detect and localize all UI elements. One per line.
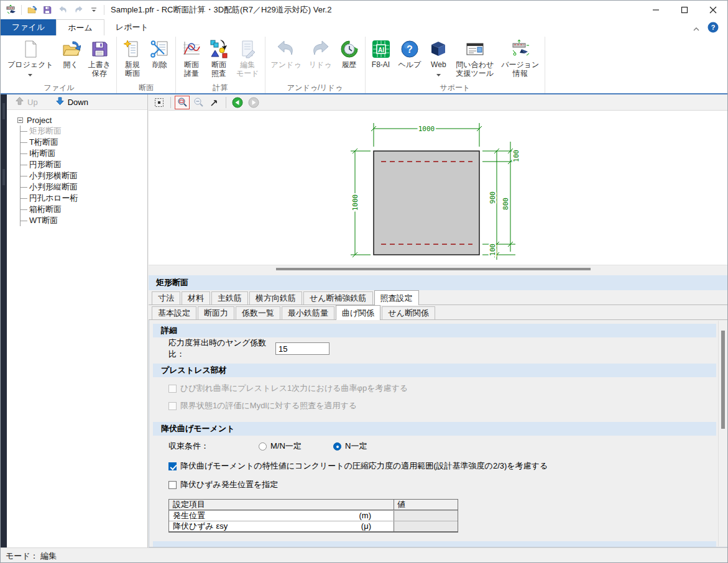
- concrete-range-checkbox[interactable]: 降伏曲げモーメントの特性値にコンクリートの圧縮応力度の適用範囲(設計基準強度の2…: [150, 461, 717, 471]
- tab-shear-rebar[interactable]: せん断補強鉄筋: [303, 291, 373, 304]
- move-down-button[interactable]: Down: [55, 96, 88, 108]
- tab-file[interactable]: ファイル: [1, 19, 56, 35]
- tab-check-settings[interactable]: 照査設定: [374, 290, 419, 305]
- zoom-out-icon[interactable]: [191, 96, 206, 109]
- table-row: 発生位置 (m): [169, 510, 458, 521]
- tree-item-wt-section[interactable]: WT断面: [21, 215, 147, 226]
- tab-dimensions[interactable]: 寸法: [152, 291, 180, 304]
- edit-mode-button[interactable]: 編集 モード: [233, 37, 263, 78]
- vscrollbar-thumb[interactable]: [721, 331, 725, 429]
- tab-bending[interactable]: 曲げ関係: [336, 305, 380, 320]
- prestress-mydl-checkbox[interactable]: 限界状態1の評価にMydlに対する照査を適用する: [150, 401, 717, 411]
- tree-collapse-icon[interactable]: [17, 117, 23, 123]
- undo-button[interactable]: アンドゥ: [267, 37, 305, 69]
- quick-access-toolbar: [1, 4, 104, 16]
- history-button[interactable]: 履歴: [336, 37, 363, 69]
- section-drawing-canvas[interactable]: 1000 1000 900 100 100 800: [149, 111, 728, 265]
- radio-mn-constant[interactable]: M/N一定: [259, 441, 333, 452]
- ribbon: プロジェクト 開く 上書き 保存 ファイル 新規: [1, 35, 727, 93]
- help-icon[interactable]: ?: [707, 22, 719, 35]
- tab-coefficients[interactable]: 係数一覧: [236, 306, 280, 319]
- tree-root-project[interactable]: Project: [17, 114, 147, 126]
- column-header-value: 値: [394, 500, 458, 510]
- tab-main-rebar[interactable]: 主鉄筋: [211, 291, 248, 304]
- zoom-in-icon[interactable]: [175, 96, 190, 109]
- tree-item-hollow-girder[interactable]: 円孔ホロー桁: [21, 193, 147, 204]
- fit-view-icon[interactable]: [152, 96, 167, 109]
- svg-text:AI: AI: [378, 47, 384, 53]
- ribbon-group-undo: アンドゥ リドゥ 履歴 アンドゥ/リドゥ: [265, 37, 366, 93]
- tab-min-rebar[interactable]: 最小鉄筋量: [282, 306, 334, 319]
- up-arrow-icon: [15, 96, 24, 108]
- section-drawing: 1000 1000 900 100 100 800: [149, 111, 728, 265]
- tab-transverse-rebar[interactable]: 横方向鉄筋: [249, 291, 302, 304]
- radio-icon: [259, 442, 267, 451]
- tree-item-t-girder[interactable]: T桁断面: [21, 137, 147, 148]
- web-button[interactable]: Web: [425, 37, 452, 78]
- tab-home[interactable]: ホーム: [56, 19, 104, 35]
- save-quick-button[interactable]: [42, 4, 53, 16]
- column-header-item: 設定項目: [169, 500, 394, 510]
- row-value-cell[interactable]: [394, 521, 458, 531]
- undo-quick-button[interactable]: [57, 4, 68, 16]
- help-button[interactable]: ? ヘルプ: [395, 37, 425, 69]
- section-title: 矩形断面: [149, 275, 728, 290]
- tab-section-forces[interactable]: 断面力: [198, 306, 234, 319]
- group-label-support: サポート: [367, 83, 543, 93]
- project-button[interactable]: プロジェクト: [4, 37, 57, 78]
- convergence-label: 収束条件：: [168, 441, 259, 452]
- open-button[interactable]: 開く: [57, 37, 85, 69]
- young-modulus-row: 応力度算出時のヤング係数比：: [150, 342, 717, 355]
- checkbox-icon: [168, 402, 177, 410]
- f8ai-button[interactable]: AI F8-AI: [367, 37, 395, 69]
- view-back-icon[interactable]: [230, 96, 245, 109]
- canvas-hscrollbar[interactable]: [149, 265, 728, 272]
- open-quick-button[interactable]: [26, 4, 37, 16]
- young-modulus-ratio-input[interactable]: [275, 342, 329, 355]
- yield-strain-table: 設定項目 値 発生位置 (m) 降伏ひずみ εsy: [168, 499, 458, 533]
- row-value-cell[interactable]: [394, 511, 458, 521]
- group-label-file: ファイル: [4, 83, 114, 93]
- statusbar: モード： 編集: [1, 547, 727, 563]
- redo-button[interactable]: リドゥ: [305, 37, 336, 69]
- qat-customize-button[interactable]: [88, 4, 99, 16]
- new-section-icon: [122, 39, 142, 59]
- panel-vscrollbar[interactable]: [718, 321, 727, 546]
- close-button[interactable]: [699, 1, 727, 19]
- section-check-button[interactable]: 断面 照査: [205, 37, 233, 78]
- tab-materials[interactable]: 材料: [182, 291, 210, 304]
- radio-n-constant[interactable]: N一定: [333, 441, 367, 452]
- tree-item-box-girder[interactable]: 箱桁断面: [21, 204, 147, 215]
- young-modulus-label: 応力度算出時のヤング係数比：: [168, 337, 275, 360]
- tree-item-oval-vertical[interactable]: 小判形縦断面: [21, 181, 147, 193]
- tab-report[interactable]: レポート: [104, 19, 160, 35]
- dock-mark: [2, 103, 5, 119]
- app-icon: [6, 4, 17, 16]
- open-icon: [61, 39, 81, 59]
- pan-arrow-icon[interactable]: [207, 96, 222, 109]
- move-up-button[interactable]: Up: [15, 96, 38, 108]
- save-button[interactable]: 上書き 保存: [85, 37, 114, 78]
- tree-item-circle-section[interactable]: 円形断面: [21, 159, 147, 170]
- dim-left-label: 1000: [351, 195, 359, 211]
- delete-section-button[interactable]: 削除: [146, 37, 173, 69]
- inquiry-tool-button[interactable]: 問い合わせ 支援ツール: [452, 37, 497, 78]
- redo-quick-button[interactable]: [73, 4, 84, 16]
- maximize-button[interactable]: [670, 1, 699, 19]
- prestress-phi-p-checkbox[interactable]: ひび割れ曲率にプレストレス1次力における曲率φpを考慮する: [150, 383, 717, 393]
- tab-basic-settings[interactable]: 基本設定: [152, 306, 196, 319]
- minimize-button[interactable]: [642, 1, 670, 19]
- section-properties-button[interactable]: 断面 諸量: [178, 37, 205, 78]
- dim-right-900-label: 900: [489, 191, 497, 204]
- tree-item-oval-horizontal[interactable]: 小判形横断面: [21, 170, 147, 181]
- tree-item-rect-section[interactable]: 矩形断面: [21, 126, 147, 137]
- new-section-button[interactable]: 新規 断面: [119, 37, 146, 78]
- version-info-button[interactable]: バージョン 情報: [497, 37, 543, 78]
- yield-strain-position-checkbox[interactable]: 降伏ひずみ発生位置を指定: [150, 480, 717, 490]
- view-forward-icon[interactable]: [246, 96, 261, 109]
- tree-item-i-girder[interactable]: I桁断面: [21, 148, 147, 159]
- tab-shear[interactable]: せん断関係: [382, 306, 435, 319]
- hscrollbar-thumb[interactable]: [276, 268, 591, 270]
- convergence-row: 収束条件： M/N一定 N一定: [150, 441, 717, 451]
- ribbon-collapse-icon[interactable]: [693, 23, 700, 34]
